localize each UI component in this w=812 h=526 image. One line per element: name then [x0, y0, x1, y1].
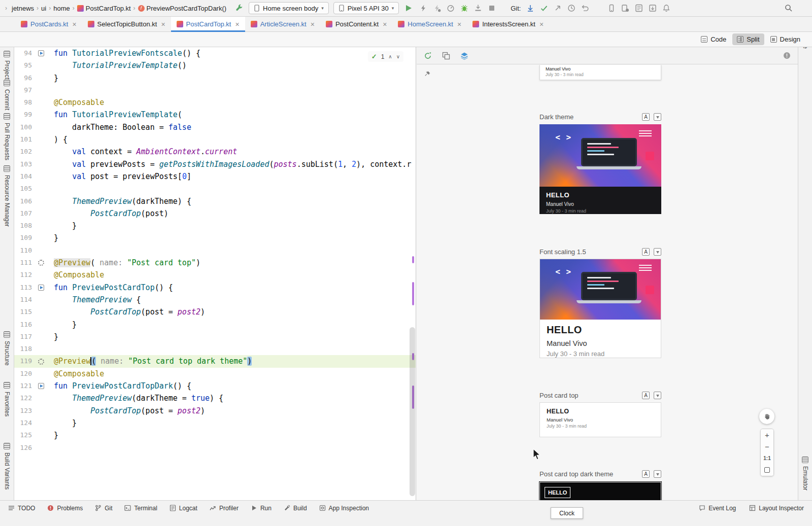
preview-surface[interactable]: Manuel Vivo July 30 - 3 min read Dark th…: [417, 64, 798, 500]
profile-icon[interactable]: [446, 3, 456, 13]
preview-card-clipped[interactable]: Manuel Vivo July 30 - 3 min read: [539, 65, 661, 80]
editor-tab-selecttopicbutton-kt[interactable]: SelectTopicButton.kt×: [82, 17, 171, 31]
close-tab-icon[interactable]: ×: [457, 20, 461, 28]
code-line-105[interactable]: 105: [14, 183, 416, 195]
code-line-123[interactable]: 123 PostCardTop(post = post2): [14, 405, 416, 417]
code-line-122[interactable]: 122 ThemedPreview(darkTheme = true) {: [14, 392, 416, 404]
run-preview-gutter-icon[interactable]: [36, 383, 47, 389]
zoom-out-button[interactable]: −: [761, 441, 773, 452]
fontscale-preview-icon[interactable]: A: [642, 248, 650, 256]
device-dropdown[interactable]: Pixel 5 API 30 ▾: [333, 2, 399, 14]
editor-tab-interestsscreen-kt[interactable]: InterestsScreen.kt×: [467, 17, 549, 31]
view-mode-design-button[interactable]: Design: [766, 33, 805, 45]
code-line-121[interactable]: 121fun PreviewPostCardTopDark() {: [14, 380, 416, 392]
run-preview-on-device-icon[interactable]: [654, 113, 661, 121]
git-push-icon[interactable]: [553, 3, 563, 13]
run-preview-gutter-icon[interactable]: [36, 285, 47, 291]
code-line-95[interactable]: 95 TutorialPreviewTemplate(): [14, 59, 416, 72]
code-line-109[interactable]: 109}: [14, 232, 416, 244]
run-config-dropdown[interactable]: Home screen body ▾: [249, 2, 329, 14]
statusbar-item-logcat[interactable]: Logcat: [170, 505, 197, 512]
code-line-106[interactable]: 106 ThemedPreview(darkTheme) {: [14, 195, 416, 207]
notifications-icon[interactable]: [661, 3, 671, 13]
run-button[interactable]: [403, 3, 414, 13]
editor-scrollbar[interactable]: [410, 327, 415, 496]
code-editor[interactable]: 94fun TutorialPreviewFontscale() {95 Tut…: [14, 47, 416, 500]
next-problem-icon[interactable]: ∨: [396, 54, 400, 59]
close-tab-icon[interactable]: ×: [383, 20, 387, 28]
editor-tab-postcardtop-kt[interactable]: PostCardTop.kt×: [171, 17, 245, 31]
preview-card-post-card-top-dark[interactable]: HELLO: [539, 482, 661, 500]
code-line-100[interactable]: 100 darkTheme: Boolean = false: [14, 121, 416, 133]
apply-changes-icon[interactable]: [418, 3, 428, 13]
code-line-103[interactable]: 103 val previewPosts = getPostsWithImage…: [14, 158, 416, 170]
code-line-118[interactable]: 118: [14, 343, 416, 355]
tool-button-structure[interactable]: Structure: [4, 331, 11, 366]
run-preview-on-device-icon[interactable]: [654, 392, 661, 399]
code-line-97[interactable]: 97: [14, 84, 416, 96]
device-manager-icon[interactable]: [620, 3, 630, 13]
close-tab-icon[interactable]: ×: [311, 20, 315, 28]
code-line-119[interactable]: 119@Preview( name: "Post card top dark t…: [14, 355, 416, 367]
breadcrumb-item[interactable]: jetnews: [12, 5, 34, 12]
code-line-120[interactable]: 120@Composable: [14, 368, 416, 380]
run-preview-gutter-icon[interactable]: [36, 50, 47, 56]
statusbar-item-build[interactable]: Build: [284, 505, 307, 512]
close-tab-icon[interactable]: ×: [72, 20, 76, 28]
statusbar-item-run[interactable]: Run: [251, 505, 272, 512]
close-tab-icon[interactable]: ×: [539, 20, 544, 28]
code-line-102[interactable]: 102 val context = AmbientContext.current: [14, 146, 416, 158]
inspection-widget[interactable]: ✓ 1 ∧ ∨: [368, 51, 403, 62]
preview-title[interactable]: Post card top dark theme: [539, 470, 613, 478]
breadcrumb-item[interactable]: ui: [41, 5, 46, 12]
debug-icon[interactable]: [459, 3, 469, 13]
tool-button-favorites[interactable]: Favorites: [4, 382, 11, 416]
pin-icon[interactable]: [424, 71, 431, 80]
emulator-icon[interactable]: [606, 3, 617, 13]
statusbar-item-event-log[interactable]: Event Log: [699, 505, 736, 512]
code-line-110[interactable]: 110: [14, 244, 416, 257]
stop-icon[interactable]: [487, 3, 497, 13]
zoom-to-fit-button[interactable]: [761, 464, 773, 476]
code-line-125[interactable]: 125}: [14, 429, 416, 441]
statusbar-item-problems[interactable]: Problems: [47, 505, 83, 512]
code-line-114[interactable]: 114 ThemedPreview {: [14, 294, 416, 306]
statusbar-item-app-inspection[interactable]: App Inspection: [319, 505, 369, 512]
code-line-112[interactable]: 112@Composable: [14, 269, 416, 281]
run-preview-on-device-icon[interactable]: [654, 248, 661, 256]
git-update-icon[interactable]: [525, 3, 535, 13]
code-line-99[interactable]: 99fun TutorialPreviewTemplate(: [14, 109, 416, 121]
code-line-117[interactable]: 117}: [14, 331, 416, 343]
preview-title[interactable]: Dark theme: [539, 113, 573, 121]
vcs-change-stripe[interactable]: [412, 282, 414, 305]
preview-variants-icon[interactable]: [441, 51, 451, 61]
preview-settings-gutter-icon[interactable]: [36, 359, 47, 365]
sdk-manager-icon[interactable]: [648, 3, 658, 13]
pan-button[interactable]: [759, 409, 774, 424]
code-line-107[interactable]: 107 PostCardTop(post): [14, 207, 416, 220]
code-line-101[interactable]: 101) {: [14, 133, 416, 146]
close-tab-icon[interactable]: ×: [235, 20, 239, 28]
tool-button-emulator[interactable]: Emulator: [802, 457, 809, 490]
tool-button-commit[interactable]: Commit: [4, 80, 11, 110]
search-everywhere-icon[interactable]: [784, 3, 794, 13]
code-line-108[interactable]: 108 }: [14, 220, 416, 232]
tool-button-build-variants[interactable]: Build Variants: [4, 443, 11, 489]
breadcrumb-item[interactable]: PostCardTop.kt: [77, 5, 131, 12]
preview-settings-gutter-icon[interactable]: [36, 260, 47, 266]
statusbar-item-terminal[interactable]: Terminal: [124, 505, 157, 512]
code-line-111[interactable]: 111@Preview( name: "Post card top"): [14, 257, 416, 269]
tool-button-resource-manager[interactable]: Resource Manager: [4, 165, 11, 227]
apply-code-changes-icon[interactable]: [432, 3, 442, 13]
view-mode-code-button[interactable]: Code: [696, 33, 731, 45]
previous-problem-icon[interactable]: ∧: [388, 54, 392, 59]
statusbar-item-layout-inspector[interactable]: Layout Inspector: [749, 505, 804, 512]
preview-card-post-card-top[interactable]: HELLO Manuel Vivo July 30 - 3 min read: [539, 402, 661, 437]
preview-card-dark-theme[interactable]: < > HELLO Manuel Vivo July 30 - 3 min re…: [539, 124, 661, 214]
code-line-96[interactable]: 96}: [14, 72, 416, 84]
code-line-104[interactable]: 104 val post = previewPosts[0]: [14, 170, 416, 183]
rollback-icon[interactable]: [580, 3, 590, 13]
preview-title[interactable]: Font scaling 1.5: [539, 248, 586, 256]
zoom-actual-size-button[interactable]: 1:1: [761, 452, 773, 464]
tool-button-project[interactable]: Project: [4, 51, 11, 79]
